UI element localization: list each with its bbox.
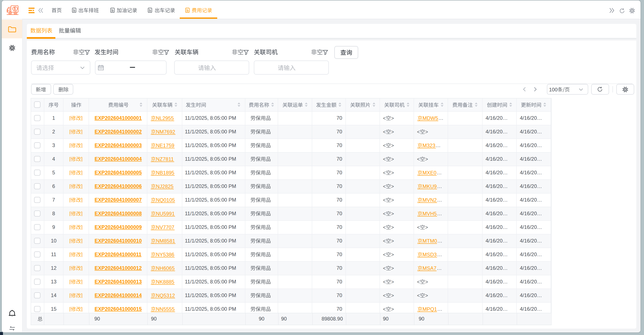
svg-text:>: > [425, 279, 428, 284]
svg-text:]: ] [81, 156, 83, 162]
svg-text:]: ] [81, 116, 83, 121]
svg-text:>: > [425, 156, 428, 162]
svg-text:NY5386: NY5386 [156, 252, 175, 257]
svg-text:>: > [425, 293, 428, 298]
svg-text:MPQ1: MPQ1 [423, 306, 437, 312]
svg-text:<: < [383, 116, 386, 121]
svg-text:<: < [383, 279, 386, 284]
svg-text:>: > [391, 279, 394, 284]
svg-text:<: < [417, 279, 420, 284]
svg-text:>: > [391, 306, 394, 311]
svg-text:[: [ [70, 184, 71, 189]
svg-text:NM7692: NM7692 [156, 129, 176, 134]
svg-text:[: [ [70, 129, 71, 134]
svg-text:>: > [391, 225, 394, 230]
svg-text:<: < [383, 170, 386, 175]
svg-text:<: < [417, 293, 420, 298]
svg-text:NE1759: NE1759 [156, 143, 175, 148]
svg-text:]: ] [81, 211, 83, 216]
svg-text:[: [ [70, 238, 71, 243]
svg-text:>: > [391, 184, 394, 189]
svg-text:<: < [383, 225, 386, 230]
svg-text:>: > [391, 197, 394, 202]
svg-text:MSD3: MSD3 [423, 252, 437, 257]
svg-text:<: < [383, 252, 386, 257]
svg-text:NH6065: NH6065 [156, 265, 175, 271]
svg-text:<: < [383, 197, 386, 202]
svg-text:[: [ [70, 306, 71, 311]
svg-text:$: $ [14, 7, 16, 11]
svg-text:>: > [391, 238, 394, 243]
svg-text:]: ] [81, 293, 83, 298]
svg-text:100: 100 [549, 87, 558, 92]
svg-text:]: ] [81, 143, 83, 148]
svg-text:NK8885: NK8885 [156, 279, 175, 284]
svg-text:<: < [383, 265, 386, 271]
svg-text:>: > [391, 156, 394, 162]
svg-text:<: < [383, 156, 386, 162]
svg-text:>: > [391, 116, 394, 121]
svg-text:<: < [417, 156, 420, 162]
svg-text:<: < [417, 129, 420, 134]
svg-text:NV7707: NV7707 [156, 224, 175, 230]
svg-text:]: ] [81, 306, 83, 311]
svg-text:<: < [383, 211, 386, 216]
svg-text:]: ] [81, 129, 83, 134]
svg-text:MVH5: MVH5 [423, 211, 437, 216]
svg-text:[: [ [70, 225, 71, 230]
svg-text:NZ7811: NZ7811 [156, 156, 174, 162]
svg-text:[: [ [70, 211, 71, 216]
svg-text:]: ] [81, 279, 83, 284]
svg-text:[: [ [70, 156, 71, 162]
svg-text:[: [ [70, 170, 71, 175]
svg-text:NU5991: NU5991 [156, 211, 175, 216]
svg-text:[: [ [70, 252, 71, 257]
svg-text:[: [ [70, 116, 71, 121]
svg-text:[: [ [70, 265, 71, 271]
svg-text:>: > [391, 265, 394, 271]
svg-text:M323: M323 [423, 143, 436, 148]
svg-text:[: [ [70, 279, 71, 284]
svg-text:<: < [383, 238, 386, 243]
svg-text:<: < [383, 143, 386, 148]
svg-text:>: > [391, 252, 394, 257]
svg-text:>: > [391, 143, 394, 148]
svg-text:[: [ [70, 293, 71, 298]
svg-text:NQ5312: NQ5312 [156, 292, 175, 298]
svg-text:MSA7: MSA7 [423, 265, 436, 271]
svg-text:MVN2: MVN2 [423, 197, 437, 203]
svg-text:>: > [391, 211, 394, 216]
svg-text:NM8581: NM8581 [156, 238, 176, 244]
svg-text:[: [ [70, 197, 71, 202]
svg-text:<: < [383, 293, 386, 298]
svg-text:>: > [391, 293, 394, 298]
svg-text:]: ] [81, 197, 83, 202]
svg-text:NN5555: NN5555 [156, 306, 175, 312]
svg-text:>: > [425, 129, 428, 134]
svg-text:>: > [391, 170, 394, 175]
svg-text:NL2955: NL2955 [156, 115, 174, 121]
svg-text:>: > [425, 225, 428, 230]
svg-text:]: ] [81, 252, 83, 257]
svg-text:<: < [383, 129, 386, 134]
svg-text:<: < [383, 184, 386, 189]
svg-text:]: ] [81, 184, 83, 189]
svg-text:]: ] [81, 265, 83, 271]
svg-text:MXE0: MXE0 [423, 170, 436, 175]
svg-text:NQ0105: NQ0105 [156, 197, 175, 203]
svg-text:NJ2825: NJ2825 [156, 183, 174, 189]
svg-text:NB1895: NB1895 [156, 170, 175, 175]
svg-text:<: < [383, 306, 386, 311]
svg-text:MTM0: MTM0 [423, 238, 437, 244]
svg-text:]: ] [81, 225, 83, 230]
svg-text:]: ] [81, 238, 83, 243]
svg-text:>: > [391, 129, 394, 134]
svg-text:MKU9: MKU9 [423, 183, 437, 189]
svg-text:MDW5: MDW5 [423, 115, 438, 121]
svg-text:<: < [417, 225, 420, 230]
svg-text:[: [ [70, 143, 71, 148]
svg-text:]: ] [81, 170, 83, 175]
